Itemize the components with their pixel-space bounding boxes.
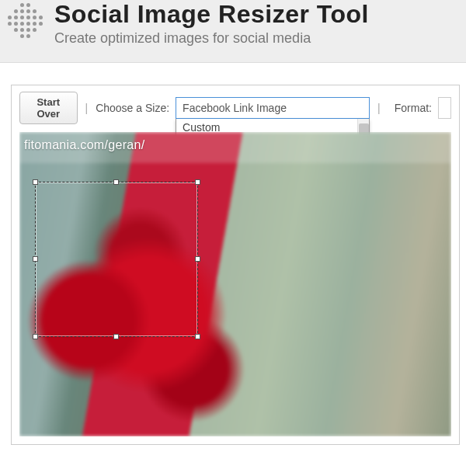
page-tagline: Create optimized images for social media — [54, 30, 369, 47]
image-crop-area[interactable]: fitomania.com/geran/ — [19, 132, 451, 436]
crop-handle-e[interactable] — [195, 256, 200, 262]
editor-panel: Start Over | Choose a Size: CustomFacebo… — [11, 85, 460, 445]
crop-handle-s[interactable] — [113, 334, 119, 339]
crop-handle-se[interactable] — [195, 334, 200, 339]
crop-handle-ne[interactable] — [195, 179, 200, 185]
format-select[interactable] — [438, 97, 451, 119]
toolbar-sep-2: | — [376, 102, 382, 114]
page-title: Social Image Resizer Tool — [54, 0, 369, 29]
image-watermark: fitomania.com/geran/ — [24, 138, 144, 152]
app-header: Social Image Resizer Tool Create optimiz… — [0, 0, 466, 63]
choose-size-label: Choose a Size: — [96, 102, 169, 114]
format-label: Format: — [395, 102, 432, 114]
crop-selection[interactable] — [35, 182, 198, 337]
size-select-input[interactable] — [176, 97, 370, 119]
start-over-button[interactable]: Start Over — [19, 92, 78, 124]
crop-handle-w[interactable] — [33, 256, 38, 262]
crop-handle-nw[interactable] — [33, 179, 38, 185]
size-select[interactable]: CustomFacebook Cover PhotoFacebook Profi… — [176, 97, 370, 119]
logo-dots-icon — [8, 3, 43, 39]
crop-handle-sw[interactable] — [33, 334, 38, 339]
editor-toolbar: Start Over | Choose a Size: CustomFacebo… — [19, 92, 451, 124]
toolbar-sep: | — [84, 102, 90, 114]
crop-handle-n[interactable] — [113, 179, 119, 185]
